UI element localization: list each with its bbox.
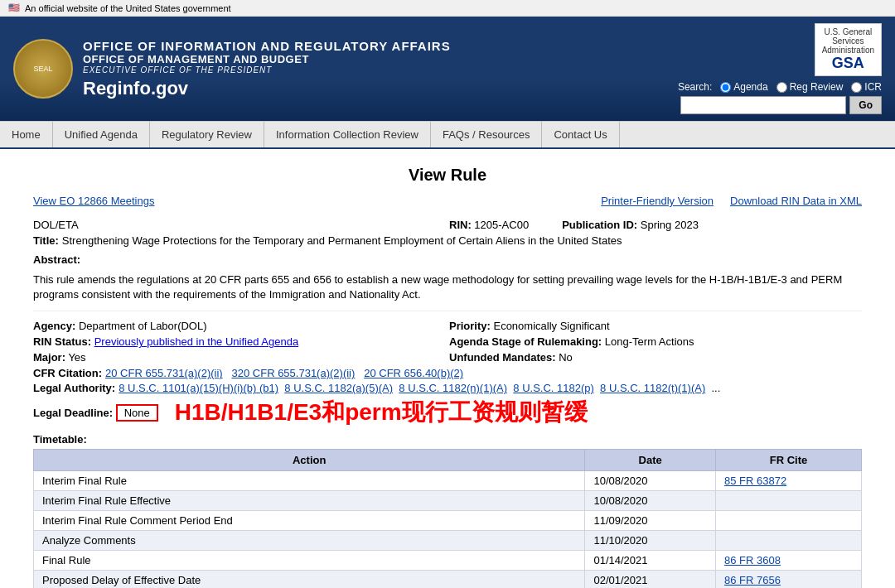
legal-auth-link-4[interactable]: 8 U.S.C. 1182(p) (513, 382, 594, 394)
unfunded-value: No (559, 351, 573, 364)
cell-fr-cite (715, 531, 861, 551)
nav-information-collection-review[interactable]: Information Collection Review (264, 122, 431, 147)
rin-status-label: RIN Status: (33, 335, 91, 348)
rin-status-value[interactable]: Previously published in the Unified Agen… (94, 335, 298, 348)
cell-fr-cite[interactable]: 85 FR 63872 (715, 471, 861, 491)
fr-cite-link[interactable]: 86 FR 7656 (724, 574, 781, 586)
radio-icr-label[interactable]: ICR (851, 81, 882, 93)
table-row: Interim Final Rule Effective10/08/2020 (34, 491, 862, 511)
view-meetings-link[interactable]: View EO 12866 Meetings (33, 195, 154, 207)
cfr-links: 20 CFR 655.731(a)(2)(ii) 320 CFR 655.731… (105, 367, 463, 379)
nav-unified-agenda[interactable]: Unified Agenda (53, 122, 150, 147)
radio-reg-review-label[interactable]: Reg Review (776, 81, 844, 93)
radio-reg-review[interactable] (776, 82, 787, 93)
agency-full-value: Department of Labor(DOL) (79, 320, 207, 332)
cell-action: Analyze Comments (34, 531, 585, 551)
cell-date: 01/14/2021 (585, 551, 716, 571)
nav-contact-us[interactable]: Contact Us (542, 122, 619, 147)
legal-auth-link-5[interactable]: 8 U.S.C. 1182(t)(1)(A) (600, 382, 705, 394)
timetable-body: Interim Final Rule10/08/202085 FR 63872I… (34, 471, 862, 588)
legal-auth-ellipsis: ... (711, 382, 720, 394)
cfr-label: CFR Citation: (33, 367, 102, 379)
legal-deadline-label: Legal Deadline: (33, 407, 113, 419)
agency-line3: Executive Office of the President (83, 65, 451, 75)
search-input[interactable] (680, 96, 846, 114)
major-unfunded-row: Major: Yes Unfunded Mandates: No (33, 351, 862, 364)
presidential-seal: SEAL (13, 39, 73, 99)
search-row: Go (680, 96, 882, 114)
col-action: Action (34, 450, 585, 471)
search-go-button[interactable]: Go (849, 96, 882, 114)
gsa-line1: U.S. General (824, 27, 872, 36)
cfr-row: CFR Citation: 20 CFR 655.731(a)(2)(ii) 3… (33, 367, 862, 379)
agency-label: DOL/ETA (33, 219, 79, 231)
cell-fr-cite (715, 511, 861, 531)
legal-auth-link-2[interactable]: 8 U.S.C. 1182(a)(5)(A) (284, 382, 393, 394)
fr-cite-link[interactable]: 85 FR 63872 (724, 475, 786, 487)
cell-date: 10/08/2020 (585, 471, 716, 491)
cell-fr-cite[interactable]: 86 FR 7656 (715, 571, 861, 588)
site-header: SEAL Office of Information and Regulator… (0, 17, 895, 121)
cell-action: Interim Final Rule Effective (34, 491, 585, 511)
agency-field: DOL/ETA (33, 219, 446, 231)
cell-fr-cite (715, 491, 861, 511)
right-links: Printer-Friendly Version Download RIN Da… (601, 195, 862, 207)
legal-auth-link-1[interactable]: 8 U.S.C. 1101(a)(15)(H)(i)(b) (b1) (119, 382, 278, 394)
cell-action: Proposed Delay of Effective Date (34, 571, 585, 588)
legal-deadline-row: Legal Deadline: None H1B/H1B1/E3和perm现行工… (33, 397, 862, 428)
cell-date: 02/01/2021 (585, 571, 716, 588)
agency-full-label: Agency: (33, 320, 75, 332)
radio-agenda-text: Agenda (733, 81, 767, 93)
cell-fr-cite[interactable]: 86 FR 3608 (715, 551, 861, 571)
agency-title-block: Office of Information and Regulatory Aff… (83, 39, 451, 99)
agenda-stage-value: Long-Term Actions (605, 335, 694, 348)
priority-label: Priority: (449, 320, 491, 332)
radio-agenda-label[interactable]: Agenda (720, 81, 767, 93)
cfr-link-2[interactable]: 320 CFR 655.731(a)(2)(ii) (232, 367, 356, 379)
printer-friendly-link[interactable]: Printer-Friendly Version (601, 195, 714, 207)
cell-action: Final Rule (34, 551, 585, 571)
cfr-link-1[interactable]: 20 CFR 655.731(a)(2)(ii) (105, 367, 223, 379)
nav-faqs-resources[interactable]: FAQs / Resources (431, 122, 542, 147)
pub-id-value: Spring 2023 (641, 219, 699, 231)
search-label: Search: (678, 81, 712, 93)
abstract-label: Abstract: (33, 253, 80, 266)
download-xml-link[interactable]: Download RIN Data in XML (730, 195, 862, 207)
title-row: Title: Strengthening Wage Protections fo… (33, 234, 862, 247)
main-content: View Rule View EO 12866 Meetings Printer… (0, 149, 895, 588)
radio-reg-review-text: Reg Review (790, 81, 844, 93)
timetable-head: Action Date FR Cite (34, 450, 862, 471)
gsa-logo: GSA (832, 55, 864, 72)
major-value: Yes (68, 351, 85, 364)
header-right: U.S. General Services Administration GSA… (678, 23, 882, 114)
nav-home[interactable]: Home (0, 122, 53, 147)
cell-action: Interim Final Rule Comment Period End (34, 511, 585, 531)
agenda-stage-field: Agenda Stage of Rulemaking: Long-Term Ac… (449, 335, 862, 348)
abstract-section: Abstract: (33, 253, 862, 266)
legal-deadline-value: None (116, 404, 158, 422)
table-row: Interim Final Rule10/08/202085 FR 63872 (34, 471, 862, 491)
cell-date: 10/08/2020 (585, 491, 716, 511)
cell-action: Interim Final Rule (34, 471, 585, 491)
agenda-stage-label: Agenda Stage of Rulemaking: (449, 335, 602, 348)
cfr-link-3[interactable]: 20 CFR 656.40(b)(2) (364, 367, 463, 379)
radio-agenda[interactable] (720, 82, 731, 93)
agency-rin-row: DOL/ETA RIN: 1205-AC00 Publication ID: S… (33, 219, 862, 231)
gov-banner: 🇺🇸 An official website of the United Sta… (0, 0, 895, 17)
unfunded-label: Unfunded Mandates: (449, 351, 556, 364)
legal-auth-label: Legal Authority: (33, 382, 115, 394)
cell-date: 11/10/2020 (585, 531, 716, 551)
title-value: Strengthening Wage Protections for the T… (62, 234, 622, 247)
gov-banner-text: An official website of the United States… (25, 3, 231, 13)
nav-regulatory-review[interactable]: Regulatory Review (150, 122, 264, 147)
priority-value: Economically Significant (493, 320, 609, 332)
agency-line2: Office of Management and Budget (83, 53, 451, 65)
unfunded-field: Unfunded Mandates: No (449, 351, 862, 364)
radio-icr[interactable] (851, 82, 862, 93)
fr-cite-link[interactable]: 86 FR 3608 (724, 554, 781, 566)
rin-status-agenda-row: RIN Status: Previously published in the … (33, 335, 862, 348)
header-left: SEAL Office of Information and Regulator… (13, 39, 451, 99)
table-row: Analyze Comments11/10/2020 (34, 531, 862, 551)
major-field: Major: Yes (33, 351, 446, 364)
legal-auth-link-3[interactable]: 8 U.S.C. 1182(n)(1)(A) (399, 382, 507, 394)
